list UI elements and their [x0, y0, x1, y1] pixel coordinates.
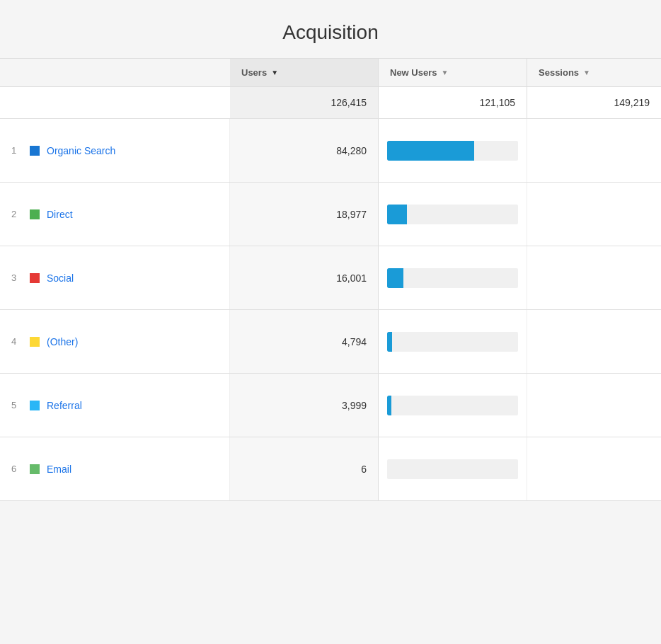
row-sessions-2 — [527, 246, 661, 309]
acquisition-table: Users ▼ New Users ▼ Sessions ▼ 126,415 1… — [0, 58, 661, 501]
row-label-cell-2: 3 Social — [0, 246, 230, 309]
bar-fill-4 — [387, 396, 391, 415]
row-sessions-1 — [527, 183, 661, 246]
row-sessions-3 — [527, 310, 661, 373]
row-number-1: 2 — [11, 209, 23, 219]
new-users-sort-icon: ▼ — [441, 69, 448, 76]
channel-link-3[interactable]: (Other) — [47, 336, 78, 347]
row-bar-cell-0 — [379, 119, 527, 182]
row-label-cell-3: 4 (Other) — [0, 310, 230, 373]
row-users-4: 3,999 — [230, 374, 379, 437]
row-users-1: 18,977 — [230, 183, 379, 246]
sessions-col-label: Sessions — [539, 67, 579, 78]
new-users-col-label: New Users — [390, 67, 437, 78]
bar-fill-2 — [387, 268, 403, 288]
row-users-0: 84,280 — [230, 119, 379, 182]
row-number-4: 5 — [11, 400, 23, 410]
bar-fill-1 — [387, 205, 407, 224]
color-dot-3 — [30, 337, 40, 347]
row-users-2: 16,001 — [230, 246, 379, 309]
color-dot-0 — [30, 146, 40, 156]
channel-link-0[interactable]: Organic Search — [47, 145, 115, 156]
svg-rect-4 — [30, 401, 40, 410]
col-header-sessions[interactable]: Sessions ▼ — [527, 59, 661, 86]
channel-link-2[interactable]: Social — [47, 272, 74, 284]
page-container: Acquisition Users ▼ New Users ▼ Sessions… — [0, 0, 661, 501]
totals-label-cell — [0, 87, 230, 118]
row-number-3: 4 — [11, 336, 23, 347]
row-sessions-5 — [527, 437, 661, 500]
row-label-cell-1: 2 Direct — [0, 183, 230, 246]
color-dot-1 — [30, 209, 40, 219]
svg-rect-5 — [30, 464, 40, 474]
table-header: Users ▼ New Users ▼ Sessions ▼ — [0, 58, 661, 87]
row-bar-cell-5 — [379, 437, 527, 500]
users-sort-icon: ▼ — [271, 69, 278, 76]
row-sessions-4 — [527, 374, 661, 437]
row-sessions-0 — [527, 119, 661, 182]
col-header-users[interactable]: Users ▼ — [230, 59, 379, 86]
channel-link-1[interactable]: Direct — [47, 209, 73, 220]
table-row: 4 (Other) 4,794 — [0, 310, 661, 374]
users-col-label: Users — [241, 67, 267, 78]
bar-track-2 — [387, 268, 518, 288]
table-row: 2 Direct 18,977 — [0, 183, 661, 246]
totals-sessions: 149,219 — [527, 87, 661, 118]
row-number-2: 3 — [11, 272, 23, 283]
totals-new-users: 121,105 — [379, 87, 527, 118]
data-rows-container: 1 Organic Search 84,280 2 Direct — [0, 119, 661, 501]
row-number-0: 1 — [11, 145, 23, 156]
color-dot-4 — [30, 401, 40, 410]
bar-track-4 — [387, 396, 518, 415]
channel-link-4[interactable]: Referral — [47, 400, 82, 411]
row-number-5: 6 — [11, 464, 23, 474]
row-bar-cell-4 — [379, 374, 527, 437]
bar-fill-0 — [387, 141, 474, 161]
channel-link-5[interactable]: Email — [47, 464, 71, 475]
svg-rect-1 — [30, 209, 40, 219]
svg-rect-2 — [30, 273, 40, 283]
row-label-cell-5: 6 Email — [0, 437, 230, 500]
bar-track-0 — [387, 141, 518, 161]
table-row: 6 Email 6 — [0, 437, 661, 501]
bar-track-5 — [387, 459, 518, 479]
row-label-cell-0: 1 Organic Search — [0, 119, 230, 182]
row-bar-cell-1 — [379, 183, 527, 246]
row-users-5: 6 — [230, 437, 379, 500]
table-row: 1 Organic Search 84,280 — [0, 119, 661, 183]
row-bar-cell-3 — [379, 310, 527, 373]
svg-rect-0 — [30, 146, 40, 156]
color-dot-5 — [30, 464, 40, 474]
bar-track-3 — [387, 332, 518, 352]
col-header-label — [0, 59, 230, 86]
bar-track-1 — [387, 205, 518, 224]
page-title: Acquisition — [0, 21, 661, 44]
title-section: Acquisition — [0, 0, 661, 58]
svg-rect-3 — [30, 337, 40, 347]
table-row: 3 Social 16,001 — [0, 246, 661, 310]
table-row: 5 Referral 3,999 — [0, 374, 661, 437]
row-label-cell-4: 5 Referral — [0, 374, 230, 437]
sessions-sort-icon: ▼ — [583, 69, 590, 76]
row-users-3: 4,794 — [230, 310, 379, 373]
row-bar-cell-2 — [379, 246, 527, 309]
bar-fill-3 — [387, 332, 392, 352]
totals-row: 126,415 121,105 149,219 — [0, 87, 661, 119]
totals-users: 126,415 — [230, 87, 379, 118]
color-dot-2 — [30, 273, 40, 283]
col-header-new-users[interactable]: New Users ▼ — [379, 59, 527, 86]
